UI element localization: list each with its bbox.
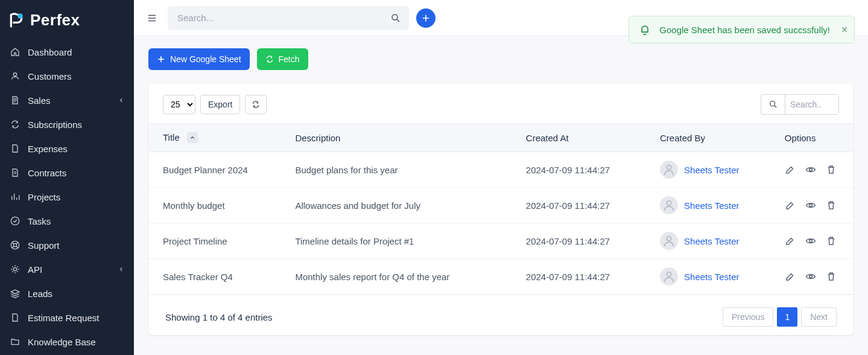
created-by-link[interactable]: Sheets Tester <box>684 200 739 211</box>
sort-asc-icon <box>187 132 198 143</box>
table-refresh-button[interactable] <box>245 95 267 114</box>
edit-button[interactable] <box>785 164 796 175</box>
delete-button[interactable] <box>826 271 837 282</box>
sidebar-item-api[interactable]: API <box>0 257 134 281</box>
view-button[interactable] <box>805 271 816 282</box>
chevron-left-icon <box>118 97 124 103</box>
sidebar-item-contracts[interactable]: Contracts <box>0 161 134 185</box>
col-created-at[interactable]: Created At <box>516 124 650 152</box>
sidebar-item-support[interactable]: Support <box>0 233 134 257</box>
sheets-table: Title Description Created At Created By … <box>148 123 854 295</box>
edit-button[interactable] <box>785 271 796 282</box>
created-by-link[interactable]: Sheets Tester <box>684 165 739 175</box>
sidebar-item-expenses[interactable]: Expenses <box>0 136 134 161</box>
quick-add-button[interactable] <box>416 8 436 28</box>
export-button[interactable]: Export <box>200 95 240 114</box>
sidebar-item-label: Tasks <box>28 216 51 226</box>
view-button[interactable] <box>805 200 816 211</box>
header-label: Description <box>295 133 340 143</box>
pager-prev[interactable]: Previous <box>723 307 773 327</box>
delete-button[interactable] <box>826 200 837 211</box>
button-label: Export <box>208 100 232 109</box>
folder-icon <box>10 336 21 347</box>
sidebar-item-sales[interactable]: Sales <box>0 88 134 112</box>
chevron-left-icon <box>118 266 124 272</box>
new-google-sheet-button[interactable]: New Google Sheet <box>148 48 250 70</box>
sidebar-nav: DashboardCustomersSalesSubscriptionsExpe… <box>0 40 134 355</box>
table-search-input[interactable] <box>785 95 838 114</box>
refresh-icon <box>252 100 260 109</box>
sidebar-item-label: Knowledge Base <box>28 337 96 347</box>
sidebar-item-estimate-request[interactable]: Estimate Request <box>0 305 134 330</box>
created-by-link[interactable]: Sheets Tester <box>684 236 739 246</box>
cell-created-at: 2024-07-09 11:44:27 <box>526 236 610 246</box>
created-by-link[interactable]: Sheets Tester <box>684 272 739 282</box>
sidebar-item-knowledge-base[interactable]: Knowledge Base <box>0 330 134 354</box>
cell-description: Monthly sales report for Q4 of the year <box>295 272 449 282</box>
cell-description: Allowances and budget for July <box>295 200 420 211</box>
row-actions <box>785 200 839 211</box>
view-button[interactable] <box>805 164 816 175</box>
eye-icon <box>805 271 816 282</box>
sidebar-item-dashboard[interactable]: Dashboard <box>0 40 134 64</box>
plus-icon <box>421 13 431 23</box>
table-search <box>761 94 839 115</box>
toast-message: Google Sheet has been saved succssfully! <box>659 25 830 35</box>
entries-info: Showing 1 to 4 of 4 entries <box>165 312 273 322</box>
page-size-select[interactable]: 25 <box>163 95 195 114</box>
eye-icon <box>805 200 816 211</box>
doc-icon <box>10 95 21 106</box>
col-created-by[interactable]: Created By <box>650 124 775 152</box>
refresh-icon <box>10 119 21 130</box>
cell-title: Project Timeline <box>163 236 227 246</box>
edit-icon <box>785 200 796 211</box>
global-search <box>168 6 409 30</box>
sidebar-item-customers[interactable]: Customers <box>0 64 134 88</box>
sidebar-item-label: Customers <box>28 71 72 82</box>
home-icon <box>10 46 21 57</box>
eye-icon <box>805 235 816 246</box>
button-label: New Google Sheet <box>170 54 241 64</box>
fetch-button[interactable]: Fetch <box>257 48 308 70</box>
toast-close-button[interactable]: ✕ <box>841 25 848 34</box>
pager-next[interactable]: Next <box>801 307 837 327</box>
edit-button[interactable] <box>785 200 796 211</box>
col-title[interactable]: Title <box>148 124 285 152</box>
pager-page-1[interactable]: 1 <box>777 307 797 327</box>
main-content: New Google Sheet Fetch 25 Export <box>134 36 868 355</box>
trash-icon <box>826 235 837 246</box>
delete-button[interactable] <box>826 235 837 246</box>
table-row: Project TimelineTimeline details for Pro… <box>148 223 854 259</box>
sidebar-item-label: Subscriptions <box>28 120 82 130</box>
row-actions <box>785 235 839 246</box>
edit-icon <box>785 271 796 282</box>
edit-button[interactable] <box>785 235 796 246</box>
brand-logo[interactable]: Perfex <box>0 0 134 40</box>
sidebar-item-tasks[interactable]: Tasks <box>0 209 134 233</box>
menu-icon <box>147 13 157 24</box>
table-row: Budget Planner 2024Budget plans for this… <box>148 152 854 188</box>
sidebar-item-label: Leads <box>28 289 52 299</box>
header-label: Created At <box>526 133 569 143</box>
cell-title: Budget Planner 2024 <box>163 165 248 175</box>
sidebar-item-subscriptions[interactable]: Subscriptions <box>0 112 134 136</box>
view-button[interactable] <box>805 235 816 246</box>
delete-button[interactable] <box>826 164 837 175</box>
global-search-button[interactable] <box>387 10 404 27</box>
sidebar-item-leads[interactable]: Leads <box>0 281 134 305</box>
trash-icon <box>826 200 837 211</box>
check-circle-icon <box>10 216 21 226</box>
sidebar-item-projects[interactable]: Projects <box>0 185 134 209</box>
row-actions <box>785 164 839 175</box>
table-search-button[interactable] <box>761 95 785 114</box>
sidebar-toggle-button[interactable] <box>144 10 160 27</box>
row-actions <box>785 271 839 282</box>
col-description[interactable]: Description <box>285 124 516 152</box>
trash-icon <box>826 271 837 282</box>
sidebar: Perfex DashboardCustomersSalesSubscripti… <box>0 0 134 355</box>
col-options: Options <box>775 124 854 152</box>
global-search-input[interactable] <box>168 6 409 30</box>
button-label: Fetch <box>279 54 300 64</box>
brand-mark-icon <box>8 12 24 28</box>
user-icon <box>10 71 21 82</box>
